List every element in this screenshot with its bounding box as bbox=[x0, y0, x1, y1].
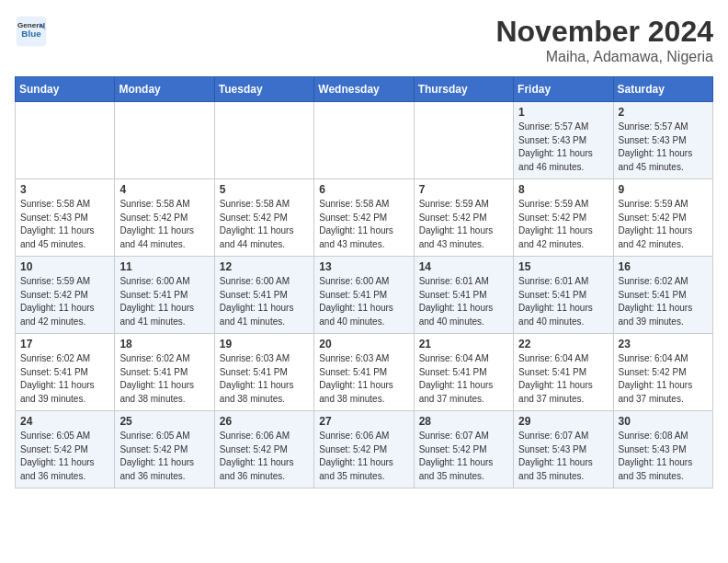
calendar-cell: 29Sunrise: 6:07 AM Sunset: 5:43 PM Dayli… bbox=[514, 411, 613, 488]
day-number: 20 bbox=[319, 338, 408, 350]
day-number: 30 bbox=[619, 415, 708, 428]
calendar-cell: 26Sunrise: 6:06 AM Sunset: 5:42 PM Dayli… bbox=[214, 411, 313, 488]
calendar-week-row: 10Sunrise: 5:59 AM Sunset: 5:42 PM Dayli… bbox=[16, 257, 713, 334]
day-number: 29 bbox=[518, 415, 608, 428]
day-info: Sunrise: 5:59 AM Sunset: 5:42 PM Dayligh… bbox=[419, 198, 508, 251]
day-number: 18 bbox=[119, 338, 209, 350]
day-info: Sunrise: 6:00 AM Sunset: 5:41 PM Dayligh… bbox=[319, 275, 408, 328]
day-number: 23 bbox=[619, 338, 708, 350]
calendar-week-row: 1Sunrise: 5:57 AM Sunset: 5:43 PM Daylig… bbox=[16, 102, 713, 179]
day-info: Sunrise: 6:08 AM Sunset: 5:43 PM Dayligh… bbox=[619, 430, 708, 483]
day-info: Sunrise: 6:02 AM Sunset: 5:41 PM Dayligh… bbox=[20, 352, 109, 406]
header-row: SundayMondayTuesdayWednesdayThursdayFrid… bbox=[16, 77, 713, 102]
title-block: November 2024 Maiha, Adamawa, Nigeria bbox=[495, 15, 713, 65]
calendar-cell: 16Sunrise: 6:02 AM Sunset: 5:41 PM Dayli… bbox=[613, 257, 712, 334]
svg-text:Blue: Blue bbox=[21, 29, 41, 39]
calendar-cell: 25Sunrise: 6:05 AM Sunset: 5:42 PM Dayli… bbox=[115, 411, 214, 488]
day-number: 5 bbox=[220, 183, 309, 196]
day-number: 10 bbox=[20, 260, 109, 273]
calendar-table: SundayMondayTuesdayWednesdayThursdayFrid… bbox=[15, 76, 713, 488]
month-title: November 2024 bbox=[495, 15, 713, 49]
day-info: Sunrise: 6:05 AM Sunset: 5:42 PM Dayligh… bbox=[119, 430, 209, 483]
day-number: 17 bbox=[20, 338, 109, 350]
day-number: 13 bbox=[319, 260, 408, 273]
day-number: 25 bbox=[119, 415, 209, 428]
day-info: Sunrise: 6:06 AM Sunset: 5:42 PM Dayligh… bbox=[220, 430, 309, 483]
day-number: 12 bbox=[220, 260, 309, 273]
day-info: Sunrise: 5:58 AM Sunset: 5:43 PM Dayligh… bbox=[20, 198, 109, 251]
day-info: Sunrise: 6:00 AM Sunset: 5:41 PM Dayligh… bbox=[220, 275, 309, 328]
day-info: Sunrise: 5:58 AM Sunset: 5:42 PM Dayligh… bbox=[220, 198, 309, 251]
calendar-body: 1Sunrise: 5:57 AM Sunset: 5:43 PM Daylig… bbox=[16, 102, 713, 488]
location: Maiha, Adamawa, Nigeria bbox=[495, 49, 713, 65]
calendar-cell: 20Sunrise: 6:03 AM Sunset: 5:41 PM Dayli… bbox=[314, 334, 414, 411]
calendar-cell: 30Sunrise: 6:08 AM Sunset: 5:43 PM Dayli… bbox=[613, 411, 712, 488]
calendar-cell: 22Sunrise: 6:04 AM Sunset: 5:41 PM Dayli… bbox=[514, 334, 613, 411]
calendar-cell bbox=[214, 102, 313, 179]
day-info: Sunrise: 5:59 AM Sunset: 5:42 PM Dayligh… bbox=[518, 198, 608, 251]
day-number: 26 bbox=[220, 415, 309, 428]
day-info: Sunrise: 6:06 AM Sunset: 5:42 PM Dayligh… bbox=[319, 430, 408, 483]
calendar-cell: 17Sunrise: 6:02 AM Sunset: 5:41 PM Dayli… bbox=[16, 334, 115, 411]
day-info: Sunrise: 6:02 AM Sunset: 5:41 PM Dayligh… bbox=[619, 275, 708, 328]
calendar-cell bbox=[414, 102, 513, 179]
calendar-cell: 27Sunrise: 6:06 AM Sunset: 5:42 PM Dayli… bbox=[314, 411, 414, 488]
calendar-cell: 3Sunrise: 5:58 AM Sunset: 5:43 PM Daylig… bbox=[16, 179, 115, 257]
day-info: Sunrise: 5:58 AM Sunset: 5:42 PM Dayligh… bbox=[319, 198, 408, 251]
calendar-week-row: 3Sunrise: 5:58 AM Sunset: 5:43 PM Daylig… bbox=[16, 179, 713, 257]
day-number: 6 bbox=[319, 183, 408, 196]
calendar-week-row: 17Sunrise: 6:02 AM Sunset: 5:41 PM Dayli… bbox=[16, 334, 713, 411]
calendar-cell: 1Sunrise: 5:57 AM Sunset: 5:43 PM Daylig… bbox=[514, 102, 613, 179]
weekday-header: Saturday bbox=[613, 77, 712, 102]
calendar-cell bbox=[16, 102, 115, 179]
page-header: General Blue November 2024 Maiha, Adamaw… bbox=[15, 15, 713, 65]
day-number: 11 bbox=[119, 260, 209, 273]
calendar-cell: 21Sunrise: 6:04 AM Sunset: 5:41 PM Dayli… bbox=[414, 334, 513, 411]
day-info: Sunrise: 5:57 AM Sunset: 5:43 PM Dayligh… bbox=[518, 121, 608, 174]
calendar-week-row: 24Sunrise: 6:05 AM Sunset: 5:42 PM Dayli… bbox=[16, 411, 713, 488]
day-info: Sunrise: 6:04 AM Sunset: 5:41 PM Dayligh… bbox=[518, 352, 608, 406]
calendar-cell: 28Sunrise: 6:07 AM Sunset: 5:42 PM Dayli… bbox=[414, 411, 513, 488]
day-number: 27 bbox=[319, 415, 408, 428]
day-number: 28 bbox=[419, 415, 508, 428]
calendar-cell: 5Sunrise: 5:58 AM Sunset: 5:42 PM Daylig… bbox=[214, 179, 313, 257]
weekday-header: Sunday bbox=[16, 77, 115, 102]
calendar-cell: 2Sunrise: 5:57 AM Sunset: 5:43 PM Daylig… bbox=[613, 102, 712, 179]
calendar-cell: 12Sunrise: 6:00 AM Sunset: 5:41 PM Dayli… bbox=[214, 257, 313, 334]
day-info: Sunrise: 6:05 AM Sunset: 5:42 PM Dayligh… bbox=[20, 430, 109, 483]
calendar-cell: 18Sunrise: 6:02 AM Sunset: 5:41 PM Dayli… bbox=[115, 334, 214, 411]
calendar-cell: 10Sunrise: 5:59 AM Sunset: 5:42 PM Dayli… bbox=[16, 257, 115, 334]
day-info: Sunrise: 6:03 AM Sunset: 5:41 PM Dayligh… bbox=[319, 352, 408, 406]
calendar-cell: 8Sunrise: 5:59 AM Sunset: 5:42 PM Daylig… bbox=[514, 179, 613, 257]
day-number: 15 bbox=[518, 260, 608, 273]
weekday-header: Wednesday bbox=[314, 77, 414, 102]
weekday-header: Monday bbox=[115, 77, 214, 102]
calendar-cell bbox=[314, 102, 414, 179]
day-number: 14 bbox=[419, 260, 508, 273]
day-info: Sunrise: 5:59 AM Sunset: 5:42 PM Dayligh… bbox=[619, 198, 708, 251]
weekday-header: Thursday bbox=[414, 77, 513, 102]
day-number: 21 bbox=[419, 338, 508, 350]
day-info: Sunrise: 5:57 AM Sunset: 5:43 PM Dayligh… bbox=[619, 121, 708, 174]
calendar-cell: 13Sunrise: 6:00 AM Sunset: 5:41 PM Dayli… bbox=[314, 257, 414, 334]
day-number: 16 bbox=[619, 260, 708, 273]
calendar-cell: 7Sunrise: 5:59 AM Sunset: 5:42 PM Daylig… bbox=[414, 179, 513, 257]
weekday-header: Tuesday bbox=[214, 77, 313, 102]
day-info: Sunrise: 6:01 AM Sunset: 5:41 PM Dayligh… bbox=[419, 275, 508, 328]
day-number: 9 bbox=[619, 183, 708, 196]
calendar-cell bbox=[115, 102, 214, 179]
day-number: 8 bbox=[518, 183, 608, 196]
day-info: Sunrise: 5:59 AM Sunset: 5:42 PM Dayligh… bbox=[20, 275, 109, 328]
weekday-header: Friday bbox=[514, 77, 613, 102]
day-info: Sunrise: 6:00 AM Sunset: 5:41 PM Dayligh… bbox=[119, 275, 209, 328]
calendar-cell: 9Sunrise: 5:59 AM Sunset: 5:42 PM Daylig… bbox=[613, 179, 712, 257]
day-number: 1 bbox=[518, 106, 608, 119]
calendar-cell: 19Sunrise: 6:03 AM Sunset: 5:41 PM Dayli… bbox=[214, 334, 313, 411]
day-info: Sunrise: 6:04 AM Sunset: 5:41 PM Dayligh… bbox=[419, 352, 508, 406]
calendar-cell: 4Sunrise: 5:58 AM Sunset: 5:42 PM Daylig… bbox=[115, 179, 214, 257]
calendar-cell: 11Sunrise: 6:00 AM Sunset: 5:41 PM Dayli… bbox=[115, 257, 214, 334]
day-info: Sunrise: 6:07 AM Sunset: 5:43 PM Dayligh… bbox=[518, 430, 608, 483]
logo: General Blue bbox=[15, 15, 48, 48]
day-info: Sunrise: 6:01 AM Sunset: 5:41 PM Dayligh… bbox=[518, 275, 608, 328]
calendar-cell: 23Sunrise: 6:04 AM Sunset: 5:42 PM Dayli… bbox=[613, 334, 712, 411]
